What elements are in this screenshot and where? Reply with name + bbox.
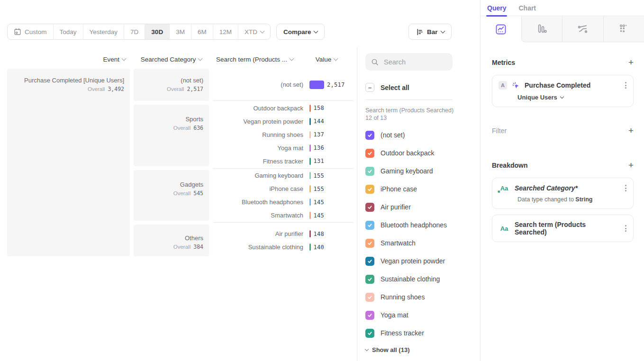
checkbox-checked[interactable] [365, 149, 374, 158]
checkbox-checked[interactable] [365, 167, 374, 176]
checkbox-indeterminate-icon[interactable]: – [365, 83, 374, 92]
date-range-3m[interactable]: 3M [170, 24, 191, 39]
add-filter-button[interactable]: + [628, 126, 634, 135]
checkbox-checked[interactable] [365, 257, 374, 266]
checkbox-checked[interactable] [365, 221, 374, 230]
breakdown-card-searched-category[interactable]: Aa Searched Category* Data type changed … [492, 178, 634, 209]
column-header-value[interactable]: Value [312, 55, 341, 63]
filter-section-header: Filter + [492, 126, 634, 135]
checkbox-checked[interactable] [365, 293, 374, 302]
breakdown-section-header: Breakdown + [492, 161, 634, 170]
date-range-today[interactable]: Today [54, 24, 83, 39]
checkbox-checked[interactable] [365, 275, 374, 284]
breakdown-title: Breakdown [492, 162, 527, 169]
kebab-menu-icon[interactable] [624, 81, 627, 90]
checkbox-checked[interactable] [365, 131, 374, 140]
date-range-xtd[interactable]: XTD [238, 24, 270, 39]
value-bar[interactable] [309, 81, 324, 89]
report-type-tabs [481, 16, 644, 42]
search-box[interactable] [365, 53, 453, 71]
string-property-icon: Aa [499, 225, 510, 232]
date-range-12m[interactable]: 12M [213, 24, 238, 39]
chevron-down-icon [560, 95, 564, 99]
checkbox-checked[interactable] [365, 329, 374, 338]
show-all-toggle[interactable]: Show all (13) [365, 346, 480, 353]
select-all-label: Select all [381, 84, 409, 91]
value-bar[interactable] [309, 118, 311, 125]
filter-option[interactable]: Outdoor backpack [365, 144, 480, 162]
term-row: Running shoes 137 [213, 128, 354, 141]
add-breakdown-button[interactable]: + [628, 161, 634, 170]
search-input[interactable] [383, 58, 446, 66]
metric-measure-select[interactable]: Unique Users [517, 94, 627, 101]
analytics-app: Custom Today Yesterday 7D 30D 3M 6M 12M … [0, 0, 644, 361]
column-header-event[interactable]: Event [79, 55, 126, 63]
category-cell-not-set[interactable]: (not set) Overall2,517 [134, 69, 209, 101]
value-bar[interactable] [309, 244, 311, 251]
checkbox-checked[interactable] [365, 239, 374, 248]
query-panel-tabs: Query Chart [481, 0, 644, 16]
value-bar[interactable] [309, 172, 311, 179]
filter-option[interactable]: Yoga mat [365, 306, 480, 324]
chart-type-select[interactable]: Bar [408, 24, 452, 40]
date-range-yesterday[interactable]: Yesterday [83, 24, 125, 39]
add-metric-button[interactable]: + [628, 58, 634, 67]
kebab-menu-icon[interactable] [624, 224, 627, 233]
breakdown-card-search-term[interactable]: Aa Search term (Products Searched) [492, 215, 634, 242]
value-bar[interactable] [309, 158, 311, 165]
metrics-section-header: Metrics + [492, 58, 634, 67]
checkbox-checked[interactable] [365, 185, 374, 194]
checkbox-checked[interactable] [365, 203, 374, 212]
segment-filter-panel: – Select all Search term (Products Searc… [357, 47, 480, 361]
filter-option[interactable]: Gaming keyboard [365, 162, 480, 180]
value-bar[interactable] [309, 212, 311, 219]
search-icon [371, 58, 379, 66]
chevron-down-icon [365, 347, 369, 351]
filter-option[interactable]: Vegan protein powder [365, 252, 480, 270]
value-bar[interactable] [309, 131, 311, 138]
metric-card[interactable]: A Purchase Completed Unique Users [492, 75, 634, 107]
category-cell-gadgets[interactable]: Gadgets Overall545 [134, 170, 209, 221]
date-range-30d[interactable]: 30D [145, 24, 170, 39]
select-all-row[interactable]: – Select all [365, 83, 480, 92]
value-bar[interactable] [309, 230, 311, 237]
value-bar[interactable] [309, 144, 311, 152]
kebab-menu-icon[interactable] [624, 184, 627, 192]
breakdown-note: Data type changed to String [517, 196, 627, 203]
column-header-search-term[interactable]: Search term (Products ... [216, 55, 293, 63]
retention-tab-icon [617, 23, 630, 35]
tab-query[interactable]: Query [487, 0, 506, 16]
column-header-searched-category[interactable]: Searched Category [134, 55, 209, 63]
filter-option[interactable]: Smartwatch [365, 234, 480, 252]
calendar-icon [14, 28, 21, 36]
query-panel: Query Chart [480, 0, 644, 361]
filter-option[interactable]: Running shoes [365, 288, 480, 306]
category-cell-others[interactable]: Others Overall384 [134, 225, 209, 256]
filter-option[interactable]: iPhone case [365, 180, 480, 198]
value-bar[interactable] [309, 105, 311, 112]
term-row: Outdoor backpack 158 [213, 101, 354, 115]
filter-option[interactable]: Bluetooth headphones [365, 216, 480, 234]
tab-insights[interactable] [481, 16, 521, 42]
date-range-custom[interactable]: Custom [8, 24, 54, 39]
tab-retention[interactable] [603, 16, 644, 42]
tab-funnels[interactable] [521, 16, 562, 42]
compare-button[interactable]: Compare [276, 24, 325, 40]
date-range-6m[interactable]: 6M [191, 24, 213, 39]
date-range-7d[interactable]: 7D [124, 24, 145, 39]
value-bar[interactable] [309, 199, 311, 206]
checkbox-checked[interactable] [365, 311, 374, 320]
category-cell-sports[interactable]: Sports Overall636 [134, 105, 209, 166]
filter-option[interactable]: (not set) [365, 126, 480, 144]
insights-tab-icon [495, 23, 507, 36]
filter-group-label: Search term (Products Searched) 12 of 13 [365, 107, 455, 122]
event-title: Purchase Completed [Unique Users] [13, 76, 124, 84]
tab-flows[interactable] [562, 16, 603, 42]
tab-chart[interactable]: Chart [518, 0, 536, 16]
filter-option[interactable]: Fitness tracker [365, 324, 480, 342]
value-bar[interactable] [309, 185, 311, 192]
filter-option[interactable]: Air purifier [365, 198, 480, 216]
event-cell[interactable]: Purchase Completed [Unique Users] Overal… [7, 69, 130, 256]
date-range-label: Custom [25, 28, 47, 36]
filter-option[interactable]: Sustainable clothing [365, 270, 480, 288]
